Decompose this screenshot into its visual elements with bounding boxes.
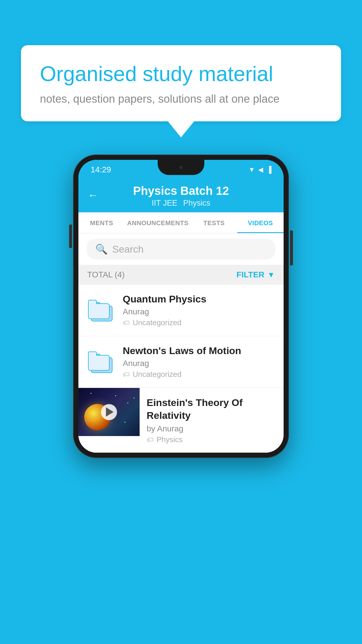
search-placeholder: Search bbox=[112, 244, 144, 255]
filter-button[interactable]: FILTER ▼ bbox=[236, 270, 275, 279]
status-icons: ▼ ◀ ▐ bbox=[249, 166, 271, 174]
folder-icon-2 bbox=[87, 351, 116, 373]
signal-icon: ◀ bbox=[258, 166, 263, 174]
header-subtitle-iitjee: IIT JEE bbox=[152, 199, 177, 208]
notch bbox=[158, 160, 204, 175]
phone-mockup: 14:29 ▼ ◀ ▐ ← Physics Batch 12 IIT JEE P… bbox=[73, 155, 289, 458]
video-tag-2: 🏷 Uncategorized bbox=[123, 370, 275, 379]
speech-bubble: Organised study material notes, question… bbox=[21, 45, 341, 121]
video-info-2: Newton's Laws of Motion Anurag 🏷 Uncateg… bbox=[123, 345, 275, 379]
speech-bubble-title: Organised study material bbox=[40, 61, 322, 86]
video-tag-1: 🏷 Uncategorized bbox=[123, 318, 275, 327]
list-item[interactable]: Newton's Laws of Motion Anurag 🏷 Uncateg… bbox=[78, 336, 284, 388]
video-tag-label-1: Uncategorized bbox=[133, 318, 182, 327]
status-time: 14:29 bbox=[91, 165, 111, 174]
speech-bubble-container: Organised study material notes, question… bbox=[21, 45, 341, 137]
einstein-thumbnail bbox=[78, 388, 140, 436]
video-list: Quantum Physics Anurag 🏷 Uncategorized bbox=[78, 285, 284, 453]
tab-tests[interactable]: TESTS bbox=[191, 212, 237, 233]
play-button[interactable] bbox=[101, 404, 117, 420]
list-item[interactable]: Quantum Physics Anurag 🏷 Uncategorized bbox=[78, 285, 284, 336]
filter-bar: TOTAL (4) FILTER ▼ bbox=[78, 265, 284, 285]
search-icon: 🔍 bbox=[95, 243, 108, 255]
video-tag-label-2: Uncategorized bbox=[133, 370, 182, 379]
play-icon bbox=[106, 407, 114, 417]
header-subtitle-physics: Physics bbox=[183, 199, 210, 208]
video-title-2: Newton's Laws of Motion bbox=[123, 345, 275, 356]
search-bar[interactable]: 🔍 Search bbox=[87, 239, 275, 260]
video-author-1: Anurag bbox=[123, 307, 275, 316]
einstein-tag: 🏷 Physics bbox=[147, 435, 277, 444]
tag-icon-2: 🏷 bbox=[123, 370, 130, 379]
camera-notch bbox=[178, 165, 184, 170]
phone-outer: 14:29 ▼ ◀ ▐ ← Physics Batch 12 IIT JEE P… bbox=[73, 155, 289, 458]
list-item[interactable]: Einstein's Theory Of Relativity by Anura… bbox=[78, 388, 284, 453]
einstein-info: Einstein's Theory Of Relativity by Anura… bbox=[140, 388, 284, 452]
tag-icon-1: 🏷 bbox=[123, 319, 130, 327]
total-label: TOTAL (4) bbox=[87, 270, 125, 279]
filter-label: FILTER bbox=[236, 270, 264, 279]
speech-bubble-subtitle: notes, question papers, solutions all at… bbox=[40, 93, 322, 105]
header-title: Physics Batch 12 bbox=[90, 184, 272, 197]
video-info-1: Quantum Physics Anurag 🏷 Uncategorized bbox=[123, 293, 275, 327]
einstein-author: by Anurag bbox=[147, 424, 277, 433]
filter-icon: ▼ bbox=[267, 270, 275, 279]
tab-ments[interactable]: MENTS bbox=[78, 212, 125, 233]
folder-icon-1 bbox=[87, 300, 116, 321]
tab-videos[interactable]: VIDEOS bbox=[237, 212, 284, 233]
einstein-title: Einstein's Theory Of Relativity bbox=[147, 396, 277, 422]
video-title-1: Quantum Physics bbox=[123, 293, 275, 305]
speech-bubble-arrow bbox=[168, 121, 194, 137]
tab-announcements[interactable]: ANNOUNCEMENTS bbox=[125, 212, 191, 233]
battery-icon: ▐ bbox=[267, 166, 271, 174]
tag-icon-3: 🏷 bbox=[147, 436, 154, 444]
einstein-tag-label: Physics bbox=[157, 435, 183, 444]
video-author-2: Anurag bbox=[123, 359, 275, 368]
wifi-icon: ▼ bbox=[249, 166, 255, 174]
app-header: ← Physics Batch 12 IIT JEE Physics bbox=[78, 178, 284, 212]
tabs-bar: MENTS ANNOUNCEMENTS TESTS VIDEOS bbox=[78, 212, 284, 233]
header-subtitle: IIT JEE Physics bbox=[90, 199, 272, 208]
back-arrow[interactable]: ← bbox=[88, 189, 98, 201]
search-container: 🔍 Search bbox=[78, 233, 284, 265]
phone-screen: 14:29 ▼ ◀ ▐ ← Physics Batch 12 IIT JEE P… bbox=[78, 160, 284, 453]
